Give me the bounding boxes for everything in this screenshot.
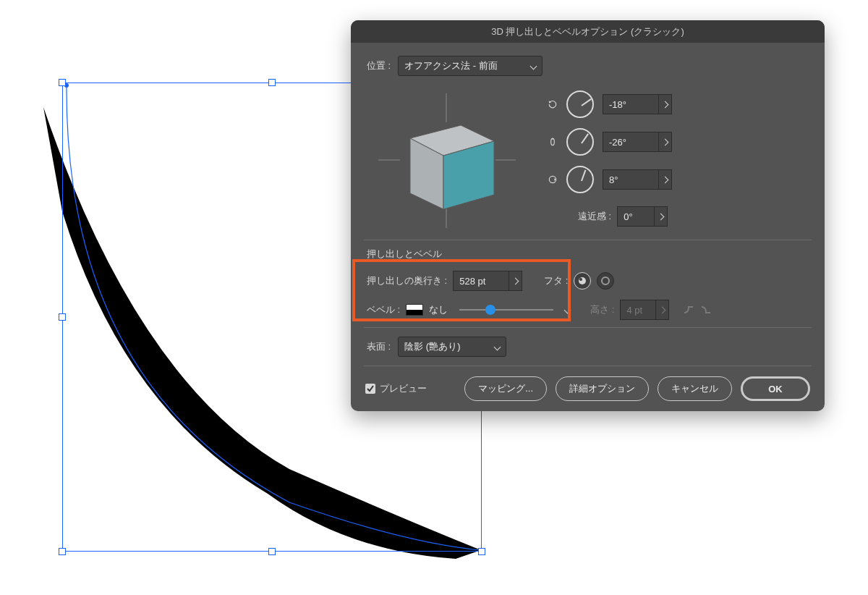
cap-solid-icon [577,276,587,286]
cap-off-button[interactable] [597,272,614,290]
handle-bot-left[interactable] [59,548,66,555]
rot-x-input[interactable]: -18° [603,94,659,114]
extrude-bevel-dialog: 3D 押し出しとベベルオプション (クラシック) 位置 : オフアクシス法 - … [351,20,825,411]
rot-y-dial[interactable] [566,128,594,156]
svg-point-7 [551,139,555,145]
position-label: 位置 : [367,59,391,72]
bevel-in-button [682,303,695,318]
surface-value: 陰影 (艶あり) [404,340,490,353]
check-icon [366,384,375,393]
handle-bot-mid[interactable] [268,548,276,555]
handle-bot-right[interactable] [478,548,485,555]
rotate-y-icon [548,137,558,147]
svg-point-10 [579,278,582,281]
extrude-section-label: 押し出しとベベル [367,240,809,261]
rot-z-stepper[interactable] [659,169,672,190]
rot-x-dial[interactable] [566,90,594,118]
rot-z-input[interactable]: 8° [603,169,659,190]
chevron-down-icon [530,62,537,69]
position-select[interactable]: オフアクシス法 - 前面 [398,56,542,76]
bevel-out-button [699,303,712,318]
perspective-input[interactable]: 0° [617,206,655,227]
rot-y-input[interactable]: -26° [603,132,659,152]
rot-x-stepper[interactable] [659,94,672,114]
rotate-z-icon [548,174,558,185]
height-label: 高さ : [590,303,614,316]
rot-z-dial[interactable] [566,166,594,193]
svg-point-9 [579,277,586,284]
svg-point-11 [602,277,609,284]
handle-mid-left[interactable] [59,313,66,321]
cap-hollow-icon [600,276,610,286]
preview-label: プレビュー [380,382,427,395]
surface-label: 表面 : [367,340,391,353]
surface-select[interactable]: 陰影 (艶あり) [398,337,506,357]
height-input: 4 pt [620,300,656,320]
handle-top-mid[interactable] [268,79,276,86]
rotate-x-icon [548,99,558,109]
dialog-title: 3D 押し出しとベベルオプション (クラシック) [351,20,825,43]
handle-top-left[interactable] [59,79,66,86]
ok-button[interactable]: OK [741,376,810,401]
chevron-down-icon [494,343,501,350]
mapping-button[interactable]: マッピング... [464,376,547,401]
height-stepper [656,300,669,320]
cancel-button[interactable]: キャンセル [658,376,732,401]
highlight-box [352,259,571,321]
perspective-label: 遠近感 : [578,210,611,223]
perspective-stepper[interactable] [655,206,668,227]
orientation-preview[interactable] [367,88,526,232]
advanced-button[interactable]: 詳細オプション [556,376,649,401]
position-value: オフアクシス法 - 前面 [404,59,527,72]
rot-y-stepper[interactable] [659,132,672,152]
cap-on-button[interactable] [574,272,591,290]
preview-checkbox[interactable] [365,384,375,394]
